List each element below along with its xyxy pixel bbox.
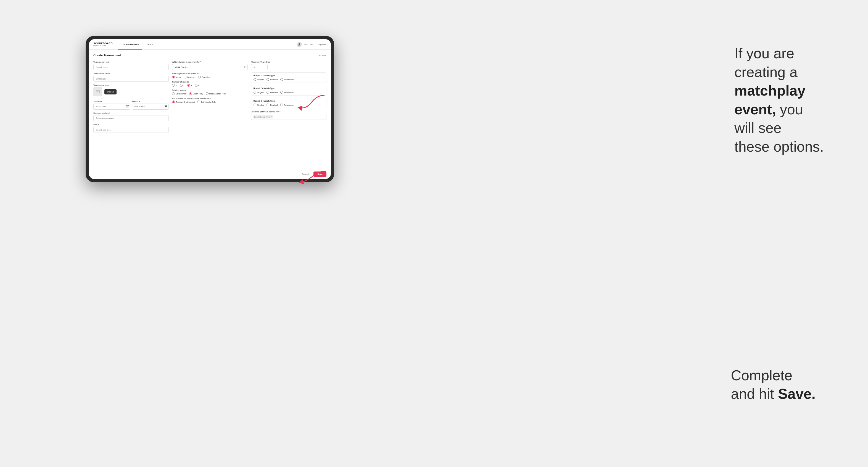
rounds-radio-group: 1 2 3: [172, 84, 247, 87]
date-row: Start date 📅 End date: [93, 98, 169, 110]
scoring-stroke-play-radio[interactable]: [172, 92, 175, 95]
rounds-3[interactable]: 3: [187, 84, 192, 87]
sign-out-link[interactable]: Sign out: [318, 43, 327, 45]
annotation-bottom: Complete and hit Save.: [731, 366, 815, 403]
annotation-bottom-bold: Save.: [778, 386, 815, 402]
round2-singles-radio[interactable]: [253, 91, 256, 94]
page-header: Create Tournament ← Back: [93, 54, 327, 57]
round3-section: Round 3 - Match Type Singles Fourball: [251, 98, 327, 108]
round2-fourball-label: Fourball: [270, 91, 278, 94]
round2-foursomes[interactable]: Foursomes: [280, 91, 294, 94]
start-date-wrapper: 📅: [93, 103, 130, 110]
gender-womens[interactable]: Womens: [184, 76, 195, 79]
tournament-host-input[interactable]: [93, 64, 169, 70]
round1-fourball-label: Fourball: [270, 79, 278, 81]
annotation-text-bottom: Complete and hit Save.: [731, 366, 815, 403]
round3-fourball[interactable]: Fourball: [267, 103, 278, 106]
round1-section: Round 1 - Match Type Singles Fourball: [251, 72, 327, 83]
tournament-name-input[interactable]: [93, 76, 169, 82]
user-separator: |: [316, 43, 316, 45]
scoring-api-remove-icon[interactable]: ✕: [270, 116, 272, 118]
end-date-label: End date: [132, 100, 140, 103]
round2-radio-group: Singles Fourball Foursomes: [253, 91, 324, 94]
rounds-2[interactable]: 2: [180, 84, 184, 87]
rounds-2-radio[interactable]: [180, 84, 183, 87]
nav-tournaments[interactable]: TOURNAMENTS: [118, 39, 142, 50]
start-date-input[interactable]: [93, 103, 130, 110]
annotation-bottom-line2: and hit: [731, 386, 778, 402]
round1-fourball[interactable]: Fourball: [267, 78, 278, 81]
event-teams-radio[interactable]: [172, 100, 175, 103]
round3-singles[interactable]: Singles: [253, 103, 264, 106]
back-button[interactable]: ← Back: [319, 54, 327, 57]
rounds-group: Number of rounds 1 2: [172, 81, 247, 87]
round3-foursomes[interactable]: Foursomes: [280, 103, 294, 106]
rounds-1-radio[interactable]: [172, 84, 175, 87]
gender-mens-radio[interactable]: [172, 76, 175, 79]
third-party-api-label: Use third-party live scoring API?: [251, 111, 327, 113]
rounds-1[interactable]: 1: [172, 84, 177, 87]
scoring-match-play[interactable]: Match Play: [189, 92, 203, 95]
col-left: Tournament Host Tournament name Tourname…: [93, 61, 169, 158]
scoring-medal-match-play-radio[interactable]: [206, 92, 209, 95]
event-type-label: Is this event for Teams and/or Individua…: [172, 97, 247, 100]
round2-fourball-radio[interactable]: [267, 91, 269, 94]
col-mid: Which division is the event for? NCAA Di…: [172, 61, 247, 158]
round1-foursomes[interactable]: Foursomes: [280, 78, 294, 81]
gender-combined[interactable]: Combined: [198, 76, 211, 79]
round3-singles-radio[interactable]: [253, 103, 256, 106]
round1-foursomes-radio[interactable]: [280, 78, 283, 81]
gender-combined-radio[interactable]: [198, 76, 201, 79]
tournament-logo-group: Tournament logo Upload: [93, 84, 169, 96]
event-teams[interactable]: Teams (+Individuals): [172, 100, 195, 103]
scoring-stroke-play[interactable]: Stroke Play: [172, 92, 186, 95]
nav-teams[interactable]: TEAMS: [142, 39, 156, 50]
sponsor-label: Sponsor (optional): [93, 112, 169, 114]
event-teams-label: Teams (+Individuals): [176, 101, 195, 103]
max-team-size-label: Maximum Team Size: [251, 61, 327, 63]
user-avatar-icon: 👤: [297, 42, 302, 47]
main-nav: TOURNAMENTS TEAMS: [118, 39, 297, 50]
app-subtitle: Powered by clippit: [93, 45, 113, 46]
round2-fourball[interactable]: Fourball: [267, 91, 278, 94]
gender-mens-label: Mens: [176, 76, 181, 79]
rounds-3-radio[interactable]: [187, 84, 190, 87]
round1-singles-radio[interactable]: [253, 78, 256, 81]
round3-foursomes-radio[interactable]: [280, 103, 283, 106]
round3-foursomes-label: Foursomes: [284, 104, 294, 106]
round1-fourball-radio[interactable]: [267, 78, 269, 81]
main-content: Create Tournament ← Back Tournament Host…: [89, 50, 331, 169]
event-individuals-radio[interactable]: [197, 100, 200, 103]
round2-title: Round 2 - Match Type: [253, 87, 324, 90]
scoring-api-tag: Leaderboard King ✕: [253, 115, 274, 119]
event-individuals-label: Individuals Only: [201, 101, 216, 103]
cancel-button[interactable]: Cancel: [299, 172, 311, 177]
scoring-api-input[interactable]: Leaderboard King ✕: [251, 114, 327, 120]
round2-foursomes-radio[interactable]: [280, 91, 283, 94]
scoring-medal-match-play[interactable]: Medal Match Play: [206, 92, 226, 95]
gender-womens-radio[interactable]: [184, 76, 186, 79]
event-individuals[interactable]: Individuals Only: [197, 100, 216, 103]
round2-singles[interactable]: Singles: [253, 91, 264, 94]
division-select[interactable]: NCAA Division I NCAA Division II NCAA Di…: [172, 64, 247, 70]
round1-singles[interactable]: Singles: [253, 78, 264, 81]
scoring-match-play-radio[interactable]: [189, 92, 192, 95]
venue-select[interactable]: Search golf club: [93, 127, 169, 133]
event-type-group: Is this event for Teams and/or Individua…: [172, 97, 247, 103]
round3-fourball-radio[interactable]: [267, 103, 269, 106]
round2-foursomes-label: Foursomes: [284, 91, 294, 94]
tablet-frame: SCOREBOARD Powered by clippit TOURNAMENT…: [86, 36, 334, 182]
gender-mens[interactable]: Mens: [172, 76, 181, 79]
round2-singles-label: Singles: [257, 91, 264, 94]
rounds-4-radio[interactable]: [195, 84, 197, 87]
upload-button[interactable]: Upload: [104, 89, 117, 94]
end-date-input[interactable]: [132, 103, 169, 110]
max-team-size-input[interactable]: [251, 64, 268, 70]
scoring-match-play-label: Match Play: [193, 93, 203, 95]
rounds-2-label: 2: [183, 84, 184, 87]
gender-label: Which gender is the event for?: [172, 72, 247, 75]
sponsor-input[interactable]: [93, 115, 169, 121]
save-button[interactable]: Save: [313, 172, 327, 177]
third-party-api-group: Use third-party live scoring API? Leader…: [251, 111, 327, 120]
rounds-4[interactable]: 4: [195, 84, 199, 87]
